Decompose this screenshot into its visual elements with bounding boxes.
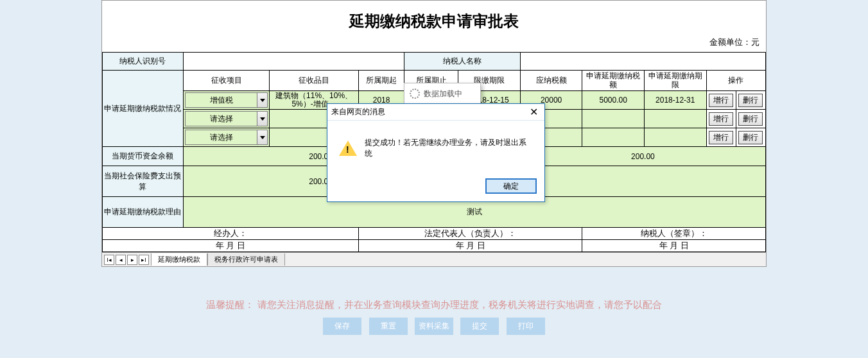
chevron-down-icon: [257, 93, 267, 107]
print-button[interactable]: 打印: [507, 318, 545, 335]
apply-amount-1[interactable]: [582, 110, 645, 128]
action-bar: 保存 重置 资料采集 提交 打印: [101, 318, 767, 335]
label-apply-reason: 申请延期缴纳税款理由: [103, 197, 184, 228]
submit-button[interactable]: 提交: [460, 318, 499, 335]
tab-admin-permit[interactable]: 税务行政许可申请表: [207, 253, 285, 266]
date-taxpayer: 年 月 日: [582, 240, 766, 252]
loading-text: 数据加载中: [424, 89, 462, 99]
tab-nav-next-icon[interactable]: ▸: [127, 255, 137, 265]
label-social-ins: 当期社会保险费支出预算: [103, 166, 184, 197]
ok-button[interactable]: 确定: [485, 178, 537, 194]
reminder-bar: 温馨提醒： 请您关注消息提醒，并在业务查询模块查询办理进度，税务机关将进行实地调…: [101, 299, 767, 311]
add-row-btn[interactable]: 增行: [709, 112, 733, 126]
label-taxpayer-name: 纳税人名称: [404, 53, 521, 71]
sign-taxpayer: 纳税人（签章）：: [582, 228, 766, 240]
del-row-btn[interactable]: 删行: [738, 112, 763, 126]
apply-deadline-2[interactable]: [644, 128, 706, 147]
apply-deadline-1[interactable]: [644, 110, 706, 128]
col-ops: 操作: [706, 71, 765, 91]
apply-amount-2[interactable]: [582, 128, 645, 147]
value-taxpayer-name: [520, 53, 765, 71]
save-button[interactable]: 保存: [323, 318, 361, 335]
select-levy-item-0[interactable]: 增值税: [185, 92, 268, 108]
del-row-btn[interactable]: 删行: [738, 131, 763, 144]
chevron-down-icon: [257, 112, 267, 126]
cash-balance-right[interactable]: 200.00: [520, 147, 765, 166]
label-cash-balance: 当期货币资金余额: [103, 147, 184, 166]
reminder-label: 温馨提醒：: [206, 299, 254, 310]
sign-agent: 经办人：: [103, 228, 359, 240]
reset-button[interactable]: 重置: [369, 318, 408, 335]
tab-nav-first-icon[interactable]: I◂: [104, 255, 114, 265]
amount-unit: 金额单位：元: [102, 37, 766, 52]
chevron-down-icon: [257, 130, 267, 144]
col-apply-amount: 申请延期缴纳税额: [582, 71, 645, 91]
warning-icon: [339, 141, 357, 156]
apply-amount-0[interactable]: 5000.00: [582, 91, 645, 110]
col-period-start: 所属期起: [358, 71, 404, 91]
label-apply-situation: 申请延期缴纳税款情况: [103, 71, 184, 147]
select-text: 请选择: [186, 112, 257, 126]
collect-button[interactable]: 资料采集: [415, 318, 453, 335]
loading-popover: 数据加载中: [404, 83, 481, 105]
reminder-text: 请您关注消息提醒，并在业务查询模块查询办理进度，税务机关将进行实地调查，请您予以…: [257, 299, 662, 310]
spinner-icon: [410, 89, 420, 99]
page-title: 延期缴纳税款申请审批表: [102, 1, 766, 37]
tab-nav-prev-icon[interactable]: ◂: [116, 255, 126, 265]
select-text: 请选择: [186, 130, 257, 144]
col-tax-due: 应纳税额: [520, 71, 582, 91]
dialog-title: 来自网页的消息: [331, 107, 385, 117]
col-levy-sub: 征收品目: [270, 71, 359, 91]
close-icon[interactable]: ✕: [527, 107, 541, 117]
del-row-btn[interactable]: 删行: [738, 94, 763, 107]
select-levy-item-2[interactable]: 请选择: [185, 130, 268, 145]
add-row-btn[interactable]: 增行: [709, 94, 733, 107]
value-taxpayer-id: [183, 53, 404, 71]
message-dialog: 来自网页的消息 ✕ 提交成功！若无需继续办理业务，请及时退出系统 确定: [327, 103, 545, 202]
tab-nav-last-icon[interactable]: ▸I: [139, 255, 149, 265]
sheet-tabs: I◂ ◂ ▸ ▸I 延期缴纳税款 税务行政许可申请表: [102, 252, 766, 266]
dialog-message: 提交成功！若无需继续办理业务，请及时退出系统: [365, 137, 533, 159]
apply-deadline-0[interactable]: 2018-12-31: [644, 91, 706, 110]
add-row-btn[interactable]: 增行: [709, 131, 733, 144]
select-text: 增值税: [186, 93, 257, 107]
col-levy-item: 征收项目: [183, 71, 269, 91]
col-apply-deadline: 申请延期缴纳期限: [644, 71, 706, 91]
label-taxpayer-id: 纳税人识别号: [103, 53, 184, 71]
form-page: 延期缴纳税款申请审批表 金额单位：元 纳税人识别号 纳税人名称 申请延期缴纳税款…: [101, 0, 767, 267]
date-agent: 年 月 日: [103, 240, 359, 252]
select-levy-item-1[interactable]: 请选择: [185, 111, 268, 126]
tab-deferred-tax[interactable]: 延期缴纳税款: [151, 253, 207, 266]
sign-legal: 法定代表人（负责人）：: [358, 228, 582, 240]
date-legal: 年 月 日: [358, 240, 582, 252]
